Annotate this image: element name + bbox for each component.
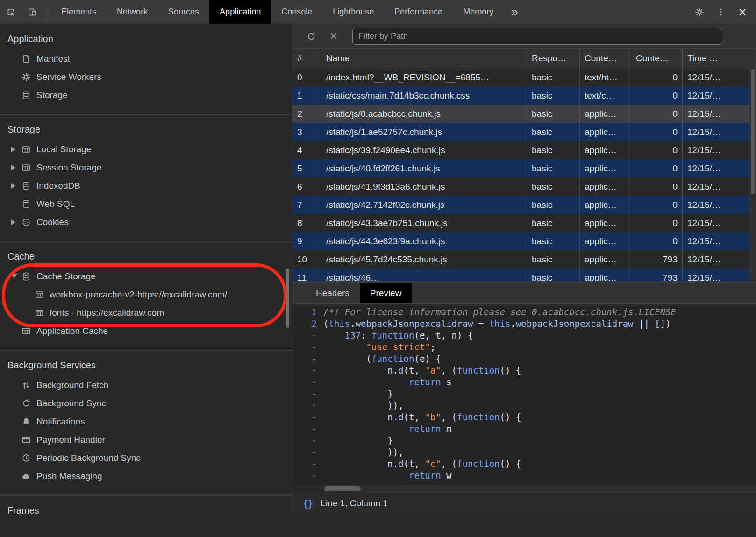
tab-sources[interactable]: Sources (158, 0, 209, 24)
sidebar-item-fonts-https-excalidraw-com[interactable]: fonts - https://excalidraw.com (0, 304, 292, 322)
table-row-3[interactable]: 3/static/js/1.ae52757c.chunk.jsbasicappl… (292, 123, 756, 141)
refresh-button[interactable] (300, 32, 322, 41)
sidebar-scrollbar-thumb[interactable] (286, 268, 289, 328)
sidebar-item-service-workers[interactable]: Service Workers (0, 68, 292, 86)
format-braces-icon[interactable]: {} (304, 498, 313, 509)
sidebar-item-manifest[interactable]: Manifest (0, 49, 292, 68)
table-row-6[interactable]: 6/static/js/41.9f3d13a6.chunk.jsbasicapp… (292, 177, 756, 196)
disclosure-triangle-icon[interactable] (11, 274, 21, 278)
inspect-element-button[interactable] (0, 0, 21, 24)
column-header-content-length[interactable]: Conte… (631, 49, 683, 68)
preview-tab-preview[interactable]: Preview (360, 283, 412, 303)
code-line: - n.d(t, "b", (function() { (292, 411, 756, 423)
cell-content-type: applic… (580, 214, 631, 232)
column-header-name[interactable]: Name (321, 49, 527, 68)
cell-content-length: 0 (631, 232, 683, 250)
sidebar-sections: ApplicationManifestService WorkersStorag… (0, 24, 292, 531)
close-devtools-button[interactable]: × (732, 0, 753, 24)
sidebar-item-label: Session Storage (36, 163, 101, 173)
tab-elements[interactable]: Elements (51, 0, 107, 24)
more-tabs-button[interactable]: » (504, 0, 525, 24)
table-row-7[interactable]: 7/static/js/42.7142f02c.chunk.jsbasicapp… (292, 196, 756, 214)
code-horizontal-scrollbar[interactable] (323, 485, 756, 493)
kebab-menu-button[interactable] (710, 0, 732, 24)
preview-tab-headers[interactable]: Headers (306, 283, 360, 303)
table-row-5[interactable]: 5/static/js/40.fd2ff261.chunk.jsbasicapp… (292, 159, 756, 177)
disclosure-triangle-icon[interactable] (11, 147, 21, 152)
sidebar-item-web-sql[interactable]: Web SQL (0, 195, 292, 213)
tab-performance[interactable]: Performance (384, 0, 453, 24)
cell-response-type: basic (527, 123, 580, 141)
cell-time: 12/15/… (683, 159, 756, 177)
device-toolbar-button[interactable] (21, 0, 43, 24)
tab-console[interactable]: Console (271, 0, 322, 24)
table-icon (21, 326, 31, 336)
column-header-content-type[interactable]: Conte… (580, 49, 631, 68)
cell-content-length: 0 (631, 123, 683, 141)
table-row-9[interactable]: 9/static/js/44.3e623f9a.chunk.jsbasicapp… (292, 232, 756, 250)
cell-content-type: applic… (580, 123, 631, 141)
sidebar-item-label: Cache Storage (36, 271, 96, 282)
cell-content-length: 0 (631, 196, 683, 214)
column-header-time[interactable]: Time … (683, 49, 756, 68)
cell-num: 7 (292, 196, 321, 214)
table-row-0[interactable]: 0/index.html?__WB_REVISION__=6855…basict… (292, 68, 756, 86)
tab-memory[interactable]: Memory (453, 0, 504, 24)
column-header-num[interactable]: # (292, 49, 321, 68)
disclosure-triangle-icon[interactable] (11, 219, 21, 225)
filter-by-path-input[interactable] (352, 28, 722, 45)
delete-selected-button[interactable]: × (322, 30, 345, 42)
cell-content-type: applic… (580, 196, 631, 214)
sidebar-item-application-cache[interactable]: Application Cache (0, 322, 292, 340)
triangle-collapsed-icon (11, 183, 15, 189)
line-content: } (323, 435, 756, 446)
disclosure-triangle-icon[interactable] (11, 165, 21, 170)
table-row-10[interactable]: 10/static/js/45.7d24c535.chunk.jsbasicap… (292, 250, 756, 268)
sidebar-item-label: Manifest (36, 54, 70, 64)
triangle-collapsed-icon (11, 219, 15, 225)
sidebar-item-indexeddb[interactable]: IndexedDB (0, 177, 292, 195)
sidebar-item-label: workbox-precache-v2-https://excalidraw.c… (50, 290, 227, 300)
sidebar-item-periodic-background-sync[interactable]: Periodic Background Sync (0, 449, 292, 467)
sidebar-item-cache-storage[interactable]: Cache Storage (0, 267, 292, 285)
cell-response-type: basic (527, 214, 580, 232)
cell-name: /static/js/40.fd2ff261.chunk.js (321, 159, 527, 177)
hscrollbar-thumb[interactable] (324, 486, 361, 491)
code-line: - )), (292, 400, 756, 411)
column-header-response-type[interactable]: Respo… (527, 49, 580, 68)
cell-name: /static/css/main.7d14b3cc.chunk.css (321, 86, 527, 105)
table-row-11[interactable]: 11/static/js/46…basicapplic…79312/15/… (292, 268, 756, 281)
sidebar-item-session-storage[interactable]: Session Storage (0, 158, 292, 177)
triangle-collapsed-icon (11, 165, 15, 170)
table-row-1[interactable]: 1/static/css/main.7d14b3cc.chunk.cssbasi… (292, 86, 756, 105)
grid-body: 0/index.html?__WB_REVISION__=6855…basict… (292, 68, 756, 281)
gear-icon (695, 7, 704, 17)
sidebar-item-push-messaging[interactable]: Push Messaging (0, 467, 292, 485)
tab-network[interactable]: Network (107, 0, 158, 24)
settings-button[interactable] (689, 0, 710, 24)
tab-application[interactable]: Application (209, 0, 271, 24)
line-number: - (292, 365, 323, 376)
scrollbar-thumb[interactable] (751, 69, 755, 194)
cell-name: /static/js/0.acabcbcc.chunk.js (321, 105, 527, 123)
sidebar-item-storage[interactable]: Storage (0, 86, 292, 104)
line-number: - (292, 376, 323, 388)
sidebar-item-background-sync[interactable]: Background Sync (0, 394, 292, 412)
cell-time: 12/15/… (683, 177, 756, 196)
sidebar-item-local-storage[interactable]: Local Storage (0, 140, 292, 158)
sidebar-item-workbox-precache-v2-https-excalidraw-com[interactable]: workbox-precache-v2-https://excalidraw.c… (0, 285, 292, 304)
table-row-4[interactable]: 4/static/js/39.f2490ee4.chunk.jsbasicapp… (292, 141, 756, 159)
table-row-8[interactable]: 8/static/js/43.3ae7b751.chunk.jsbasicapp… (292, 214, 756, 232)
cell-num: 4 (292, 141, 321, 159)
cell-content-length: 0 (631, 177, 683, 196)
sidebar-item-notifications[interactable]: Notifications (0, 412, 292, 431)
tab-lighthouse[interactable]: Lighthouse (322, 0, 384, 24)
table-row-2[interactable]: 2/static/js/0.acabcbcc.chunk.jsbasicappl… (292, 105, 756, 123)
table-vertical-scrollbar[interactable] (749, 68, 756, 281)
sidebar-item-payment-handler[interactable]: Payment Handler (0, 431, 292, 449)
preview-pane: HeadersPreview 1/*! For license informat… (292, 283, 756, 537)
card-icon (21, 435, 31, 445)
disclosure-triangle-icon[interactable] (11, 183, 21, 189)
sidebar-item-background-fetch[interactable]: Background Fetch (0, 376, 292, 394)
sidebar-item-cookies[interactable]: Cookies (0, 213, 292, 231)
